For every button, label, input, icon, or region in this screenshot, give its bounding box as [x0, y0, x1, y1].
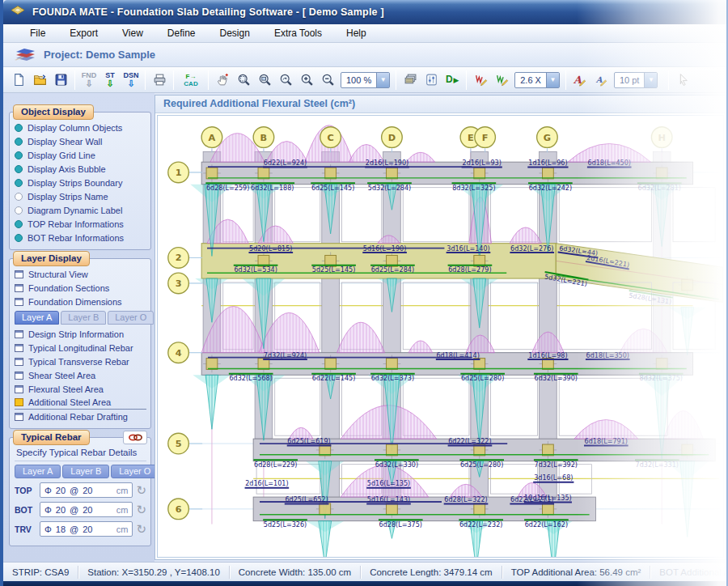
grid-bubble-D: D — [382, 127, 403, 153]
diagram-edit-green-button[interactable] — [491, 69, 512, 91]
object-display-label: Display Strips Boundary — [28, 178, 122, 188]
svg-text:6d28(L=259): 6d28(L=259) — [206, 185, 249, 192]
refresh-icon[interactable]: ↻ — [136, 503, 146, 516]
toggle-on-icon[interactable] — [15, 220, 23, 228]
rebar-tab-layer-a[interactable]: Layer A — [15, 465, 61, 478]
rebar-tab-layer-b[interactable]: Layer B — [62, 465, 109, 478]
rebar-spec-input[interactable]: Φ20@20cm — [40, 502, 133, 517]
status-field-0: STRIP: CSA9 — [3, 566, 78, 579]
text-size-button[interactable]: A — [590, 69, 612, 91]
zoom-previous-button[interactable] — [275, 69, 296, 91]
menu-design[interactable]: Design — [208, 25, 262, 41]
pan-button[interactable] — [212, 69, 233, 91]
text-style-button[interactable]: A — [569, 69, 590, 91]
zoom-level-select[interactable]: 100 %▼ — [341, 72, 390, 88]
export-cad-button[interactable]: F→CAD — [177, 69, 205, 91]
layer-display-item[interactable]: Flexural Steel Area — [15, 382, 146, 396]
rebar-spacing-value: 20 — [83, 505, 92, 515]
rebar-tab-layer-o[interactable]: Layer O — [111, 465, 154, 478]
save-button[interactable] — [50, 69, 71, 91]
zoom-extents-button[interactable] — [233, 69, 254, 91]
layer-display-item[interactable]: Shear Steel Area — [15, 368, 146, 382]
menu-help[interactable]: Help — [334, 25, 379, 41]
object-display-item[interactable]: Display Column Objects — [15, 121, 146, 134]
toggle-on-icon[interactable] — [15, 165, 23, 173]
toggle-on-icon[interactable] — [15, 179, 23, 187]
object-display-item[interactable]: Diagram Dynamic Label — [15, 203, 146, 217]
main-toolbar: FND⇩ ST⇩ DSN⇩ F→CAD 100 %▼ D▶ 2.6 X▼ A A… — [3, 67, 726, 93]
rebar-spec-input[interactable]: Φ18@20cm — [40, 521, 133, 537]
svg-text:1d16(L=98): 1d16(L=98) — [528, 352, 567, 359]
link-layers-button[interactable] — [123, 431, 147, 444]
toggle-on-icon[interactable] — [15, 124, 23, 132]
rebar-spec-input[interactable]: Φ20@20cm — [40, 482, 133, 498]
new-button[interactable] — [8, 69, 29, 91]
refresh-icon[interactable]: ↻ — [136, 523, 146, 535]
zoom-window-button[interactable] — [254, 69, 275, 91]
tab-layer-a[interactable]: Layer A — [15, 311, 59, 325]
menu-view[interactable]: View — [110, 25, 155, 41]
svg-text:5d32(L=284): 5d32(L=284) — [368, 185, 411, 192]
foundation-plan-drawing[interactable]: 6d22(L=924)2d16(L=190)2d16(L=93)1d16(L=9… — [158, 116, 723, 557]
run-diagram-button[interactable]: D▶ — [442, 69, 463, 91]
tab-layer-b[interactable]: Layer B — [61, 311, 106, 325]
menu-export[interactable]: Export — [57, 25, 110, 41]
print-button[interactable] — [149, 69, 170, 91]
zoom-in-button[interactable] — [296, 69, 317, 91]
down-arrow-icon: ⇩ — [106, 79, 113, 88]
at-symbol: @ — [70, 505, 78, 515]
st-run-button[interactable]: ST⇩ — [99, 69, 121, 91]
toggle-off-icon[interactable] — [15, 206, 23, 214]
object-display-item[interactable]: BOT Rebar Informations — [15, 231, 146, 244]
fnd-run-button[interactable]: FND⇩ — [78, 69, 99, 91]
svg-text:5d25(L=326): 5d25(L=326) — [264, 521, 307, 529]
layer-view-item[interactable]: Foundation Sections — [15, 281, 146, 295]
layer-view-item[interactable]: Foundation Dimensions — [15, 295, 146, 308]
at-symbol: @ — [70, 486, 78, 495]
tab-layer-o[interactable]: Layer O — [108, 311, 154, 325]
diagram-edit-red-button[interactable] — [470, 69, 491, 91]
object-display-item[interactable]: Display Shear Wall — [15, 134, 146, 148]
diagram-scale-select[interactable]: 2.6 X▼ — [514, 72, 560, 88]
layer-view-item[interactable]: Structural View — [15, 267, 146, 281]
select-cursor-button[interactable] — [672, 69, 693, 91]
rebar-row-label: BOT — [15, 505, 36, 515]
object-display-item[interactable]: Display Strips Name — [15, 189, 146, 203]
menu-extra-tools[interactable]: Extra Tools — [262, 25, 334, 41]
object-display-item[interactable]: Display Grid Line — [15, 148, 146, 162]
refresh-icon[interactable]: ↻ — [136, 484, 146, 496]
layer-display-item[interactable]: Design Strip Information — [15, 327, 146, 341]
toggle-on-icon[interactable] — [15, 151, 23, 159]
layer-display-item[interactable]: Typical Transverse Rebar — [15, 355, 146, 368]
rebar-row-label: TRV — [15, 524, 36, 534]
project-title: Project: Demo Sample — [44, 49, 155, 61]
svg-text:3d16(L=68): 3d16(L=68) — [534, 474, 573, 482]
layer-display-item[interactable]: Additional Rebar Drafting — [15, 410, 146, 423]
open-button[interactable] — [29, 69, 50, 91]
display-settings-button[interactable] — [421, 69, 442, 91]
phi-symbol: Φ — [44, 486, 52, 495]
svg-text:D: D — [388, 132, 396, 143]
toggle-on-icon[interactable] — [15, 138, 23, 146]
chevron-down-icon: ▼ — [644, 73, 657, 87]
layer-display-item[interactable]: Additional Steel Area — [15, 396, 146, 410]
dsn-run-button[interactable]: DSN⇩ — [121, 69, 142, 91]
svg-text:6d18(L=450): 6d18(L=450) — [588, 159, 631, 167]
layer-display-item[interactable]: Typical Longitudinal Rebar — [15, 341, 146, 355]
svg-text:6d32(L=568): 6d32(L=568) — [229, 375, 272, 382]
menu-file[interactable]: File — [18, 25, 57, 41]
object-display-item[interactable]: TOP Rebar Informations — [15, 217, 146, 231]
object-display-panel: Object Display Display Column ObjectsDis… — [9, 112, 151, 250]
toggle-on-icon[interactable] — [15, 234, 23, 242]
menu-define[interactable]: Define — [155, 25, 208, 41]
phi-symbol: Φ — [44, 524, 52, 534]
canvas-viewport[interactable]: 6d22(L=924)2d16(L=190)2d16(L=93)1d16(L=9… — [157, 115, 724, 558]
toggle-off-icon[interactable] — [15, 193, 23, 201]
font-size-select[interactable]: 10 pt▼ — [614, 72, 658, 88]
object-display-item[interactable]: Display Axis Bubble — [15, 162, 146, 176]
svg-text:A: A — [595, 75, 603, 84]
layers-button[interactable] — [400, 69, 421, 91]
object-display-item[interactable]: Display Strips Boundary — [15, 176, 146, 189]
project-bar: Project: Demo Sample — [3, 43, 726, 67]
zoom-out-button[interactable] — [317, 69, 338, 91]
